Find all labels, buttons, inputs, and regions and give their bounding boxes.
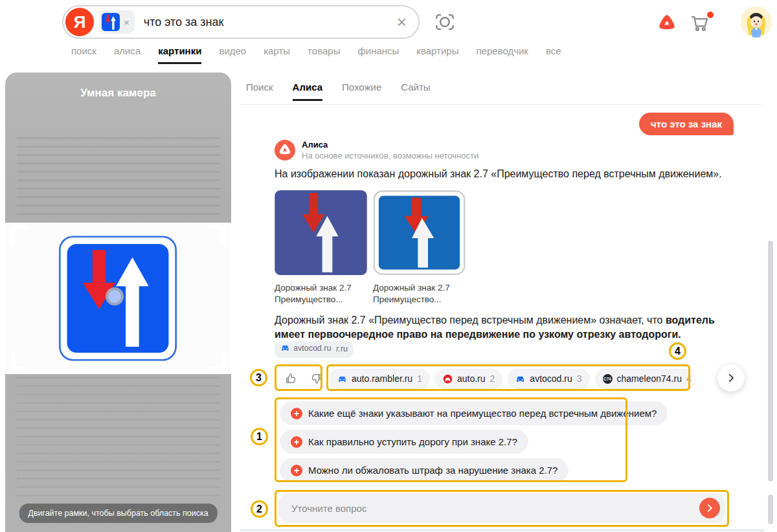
answer-intro: На изображении показан дорожный знак 2.7… [275, 168, 747, 180]
source-chips-row: auto.rambler.ru1 auto.ru2 avtocod.ru3 C7… [330, 366, 692, 391]
alisa-avatar [275, 140, 295, 161]
source-chip[interactable]: C74 chameleon74.ru4 [595, 369, 692, 389]
inline-source-row: avtocod.ru [275, 342, 337, 354]
selection-corner-handle[interactable] [11, 353, 28, 371]
user-avatar[interactable] [741, 6, 772, 38]
chevron-right-icon [725, 372, 737, 384]
crop-selection-area[interactable] [5, 223, 231, 374]
send-button[interactable] [699, 498, 720, 518]
query-image-thumbnail [102, 13, 120, 31]
suggestion-button[interactable]: + Можно ли обжаловать штраф за нарушение… [280, 458, 569, 482]
results-card: Поиск Алиса Похожие Сайты что это за зна… [240, 72, 764, 530]
chevron-right-icon [704, 503, 715, 513]
scrollbar-thumb[interactable] [768, 494, 773, 524]
tab-search[interactable]: Поиск [246, 82, 273, 101]
nav-goods[interactable]: товары [308, 45, 340, 64]
alisa-icon[interactable] [657, 13, 677, 34]
image-caption[interactable]: Дорожный знак 2.7 Преимущество... [373, 282, 466, 305]
divider [240, 104, 764, 105]
suggested-questions: + Какие ещё знаки указывают на преимущес… [280, 401, 668, 482]
service-nav: поиск алиса картинки видео карты товары … [71, 45, 561, 64]
sources-scroll-next-button[interactable] [717, 364, 745, 392]
assistant-name: Алиса [302, 140, 479, 150]
suggestion-button[interactable]: + Какие ещё знаки указывают на преимущес… [280, 401, 668, 425]
answer-images: Дорожный знак 2.7 Преимущество... Дорожн… [275, 190, 466, 305]
divider [240, 529, 764, 531]
followup-input[interactable] [291, 503, 699, 514]
yandex-logo[interactable]: Я [65, 8, 94, 36]
followup-input-container [278, 493, 725, 523]
tab-similar[interactable]: Похожие [342, 82, 381, 101]
crop-hint: Двигайте рамки, чтобы выбрать область по… [19, 504, 217, 523]
nav-flats[interactable]: квартиры [416, 45, 458, 64]
selection-corner-handle[interactable] [11, 225, 28, 243]
remove-image-icon[interactable]: × [124, 17, 130, 27]
selection-drag-handle[interactable] [106, 287, 124, 305]
thumbs-up-button[interactable] [280, 368, 302, 390]
nav-video[interactable]: видео [219, 45, 246, 64]
source-chip[interactable]: auto.rambler.ru1 [330, 369, 430, 389]
assistant-disclaimer: На основе источников, возможны неточност… [302, 151, 479, 161]
image-result[interactable]: Дорожный знак 2.7 Преимущество... [373, 190, 466, 305]
yandex-images-page: Я × что это за знак × [0, 0, 777, 532]
cart-notification-dot [707, 12, 714, 18]
search-bar[interactable]: Я × что это за знак × [62, 5, 420, 39]
car-favicon [515, 374, 525, 384]
smart-camera-panel: Умная камера Двигайте рамки, чтобы выбра… [5, 72, 231, 532]
clear-search-icon[interactable]: × [397, 12, 407, 32]
road-sign-mini [102, 13, 120, 31]
nav-maps[interactable]: карты [264, 45, 290, 64]
assistant-header: Алиса На основе источников, возможны нет… [275, 140, 479, 161]
user-message-bubble: что это за знак [639, 113, 734, 135]
selection-corner-handle[interactable] [208, 225, 225, 243]
nav-translate[interactable]: переводчик [476, 45, 528, 64]
scrollbar-thumb[interactable] [768, 241, 773, 482]
road-sign-thumbnail-2 [373, 190, 466, 275]
answer-detail: Дорожный знак 2.7 «Преимущество перед вс… [275, 313, 742, 358]
feedback-buttons [280, 368, 328, 390]
chameleon-favicon: C74 [603, 374, 613, 384]
tab-alisa[interactable]: Алиса [293, 82, 322, 101]
image-query-chip[interactable]: × [99, 10, 135, 34]
search-query-text[interactable]: что это за знак [144, 16, 397, 29]
car-favicon [280, 343, 290, 353]
auto-ru-favicon [443, 374, 453, 384]
selection-corner-handle[interactable] [208, 353, 225, 371]
nav-finance[interactable]: финансы [357, 45, 399, 64]
nav-search[interactable]: поиск [71, 45, 96, 64]
plus-icon: + [291, 465, 302, 476]
image-caption[interactable]: Дорожный знак 2.7 Преимущество... [275, 282, 367, 305]
smart-camera-title: Умная камера [5, 87, 231, 100]
inline-source-chip[interactable]: avtocod.ru [275, 342, 337, 354]
source-chip[interactable]: avtocod.ru3 [508, 369, 589, 389]
thumbs-down-button[interactable] [306, 368, 328, 390]
suggestion-button[interactable]: + Как правильно уступить дорогу при знак… [280, 430, 528, 454]
plus-icon: + [291, 408, 302, 419]
nav-images[interactable]: картинки [158, 45, 201, 64]
source-chip[interactable]: auto.ru2 [435, 369, 502, 389]
plus-icon: + [291, 436, 302, 448]
image-result[interactable]: Дорожный знак 2.7 Преимущество... [275, 190, 367, 305]
tab-sites[interactable]: Сайты [401, 82, 430, 101]
car-favicon [337, 374, 347, 384]
smart-camera-icon[interactable] [433, 10, 457, 34]
dimmed-image-area [17, 137, 220, 221]
nav-alisa[interactable]: алиса [114, 45, 141, 64]
nav-all[interactable]: все [546, 45, 561, 64]
dimmed-image-area [17, 377, 220, 500]
results-tabs: Поиск Алиса Похожие Сайты [246, 82, 431, 101]
road-sign-thumbnail-1 [275, 190, 367, 275]
